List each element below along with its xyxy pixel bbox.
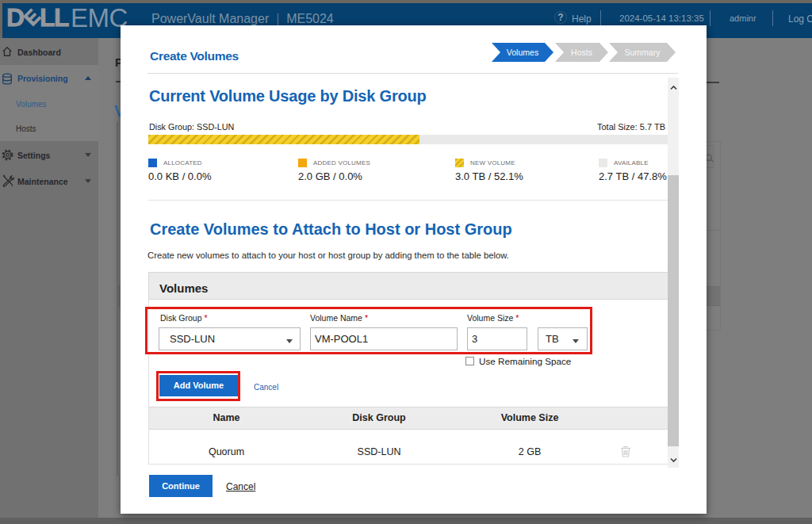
svg-text:L: L bbox=[40, 3, 56, 32]
svg-text:L: L bbox=[54, 3, 70, 32]
svg-text:EMC: EMC bbox=[71, 3, 128, 33]
